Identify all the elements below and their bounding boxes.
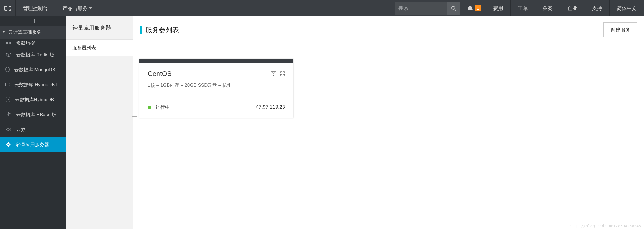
network-icon	[5, 97, 11, 102]
sidebar-item-slb[interactable]: 负载均衡	[0, 39, 66, 47]
svg-rect-4	[34, 19, 35, 23]
nav-products[interactable]: 产品与服务	[55, 0, 99, 16]
svg-rect-24	[280, 74, 282, 76]
svg-rect-22	[280, 72, 282, 73]
sidebar-item-label: 负载均衡	[16, 40, 35, 46]
sidebar-item-label: 轻量应用服务器	[16, 141, 49, 148]
svg-rect-7	[6, 68, 9, 72]
watermark: http://blog.csdn.net/a394268045	[570, 224, 641, 228]
search-input[interactable]	[395, 2, 447, 15]
server-name: CentOS	[148, 70, 171, 78]
svg-rect-19	[132, 118, 137, 118]
sidebar-secondary: 轻量应用服务器 服务器列表	[66, 16, 133, 229]
bracket-icon	[5, 83, 11, 86]
sidebar2-item-server-list[interactable]: 服务器列表	[66, 39, 133, 56]
notification-badge: 1	[475, 5, 481, 11]
notifications[interactable]: 1	[463, 0, 486, 16]
nav-enterprise[interactable]: 企业	[560, 0, 585, 16]
server-spec: 1核 – 1GB内存 – 20GB SSD云盘 – 杭州	[148, 82, 285, 88]
card-stripe	[139, 59, 293, 63]
page-title: 服务器列表	[146, 26, 179, 34]
nav-fee[interactable]: 费用	[486, 0, 511, 16]
svg-line-1	[455, 9, 456, 11]
sidebar-item-mongodb[interactable]: 云数据库 MongoDB ...	[0, 62, 66, 77]
svg-point-0	[452, 6, 455, 9]
sidebar2-title: 轻量应用服务器	[66, 16, 133, 39]
sidebar-item-label: 云数据库 HybridDB f...	[14, 82, 61, 88]
chevron-down-icon	[89, 7, 92, 9]
topbar: 管理控制台 产品与服务 1 费用 工单 备案 企业 支持 简体中文	[0, 0, 644, 16]
diamond-icon	[5, 142, 12, 147]
sidebar-item-hbase[interactable]: 云数据库 HBase 版	[0, 107, 66, 122]
sidebar-item-hybriddb1[interactable]: 云数据库 HybridDB f...	[0, 77, 66, 92]
sidebar-item-yunxiao[interactable]: 云效	[0, 122, 66, 137]
nav-products-label: 产品与服务	[63, 5, 88, 12]
topbar-nav-right: 费用 工单 备案 企业 支持 简体中文	[486, 0, 644, 16]
logo[interactable]	[0, 0, 16, 16]
server-status: 运行中	[156, 104, 170, 110]
sidebar-collapse-handle[interactable]	[0, 16, 66, 26]
svg-rect-25	[283, 74, 285, 76]
nav-support[interactable]: 支持	[585, 0, 610, 16]
tree-icon	[5, 112, 12, 117]
search-icon	[451, 6, 456, 11]
search-box	[395, 2, 460, 15]
sidebar-item-swas[interactable]: 轻量应用服务器	[0, 137, 66, 152]
nav-console-label: 管理控制台	[23, 5, 48, 12]
collapse-icon	[132, 114, 137, 119]
svg-point-16	[10, 116, 11, 116]
svg-point-6	[9, 42, 11, 44]
server-ip: 47.97.119.23	[256, 104, 285, 110]
nav-record[interactable]: 备案	[535, 0, 560, 16]
aliyun-logo-icon	[4, 6, 11, 11]
sidebar-item-label: 云数据库 HBase 版	[16, 111, 56, 118]
sidebar-item-label: 云效	[16, 126, 26, 133]
slb-icon	[5, 42, 12, 44]
search-button[interactable]	[447, 2, 460, 15]
nav-console[interactable]: 管理控制台	[16, 0, 55, 16]
svg-rect-17	[132, 114, 137, 115]
svg-point-15	[7, 114, 8, 115]
svg-rect-21	[273, 75, 274, 76]
menu-collapse-icon	[31, 19, 35, 23]
sidebar-item-hybriddb2[interactable]: 云数据库HybridDB f...	[0, 92, 66, 107]
layers-icon	[5, 53, 12, 57]
title-accent	[140, 26, 142, 34]
eye-icon	[5, 128, 12, 131]
panel-toggle[interactable]	[131, 113, 137, 119]
sidebar-item-label: 云数据库 Redis 版	[16, 52, 54, 58]
sidebar-section-label: 云计算基础服务	[8, 29, 41, 35]
svg-rect-23	[283, 72, 285, 73]
db-icon	[5, 67, 10, 72]
status-dot-running	[148, 106, 151, 109]
sidebar-section-cloud-basic[interactable]: 云计算基础服务	[0, 26, 66, 39]
sidebar-item-redis[interactable]: 云数据库 Redis 版	[0, 47, 66, 62]
nav-ticket[interactable]: 工单	[511, 0, 535, 16]
bell-icon	[468, 6, 473, 11]
sidebar-item-label: 云数据库HybridDB f...	[15, 96, 61, 103]
nav-lang[interactable]: 简体中文	[610, 0, 644, 16]
monitor-icon[interactable]	[271, 71, 276, 76]
server-card[interactable]: CentOS 1核 – 1GB内存 – 20GB SSD云盘 – 杭州 运行中 …	[139, 59, 293, 118]
svg-point-14	[10, 113, 11, 114]
svg-point-5	[6, 42, 8, 44]
main-content: 服务器列表 创建服务 CentOS 1核 – 1GB内存 – 20GB SSD云…	[133, 16, 644, 229]
create-server-button[interactable]: 创建服务	[603, 22, 637, 37]
sidebar-item-label: 云数据库 MongoDB ...	[14, 67, 61, 73]
svg-point-13	[8, 112, 9, 113]
page-header: 服务器列表 创建服务	[133, 16, 644, 44]
svg-rect-2	[31, 19, 31, 23]
apps-icon[interactable]	[280, 71, 285, 76]
topbar-nav-left: 管理控制台 产品与服务	[16, 0, 99, 16]
sidebar-primary: 云计算基础服务 负载均衡 云数据库 Redis 版 云数据库 MongoDB .…	[0, 16, 66, 229]
svg-rect-3	[33, 19, 33, 23]
